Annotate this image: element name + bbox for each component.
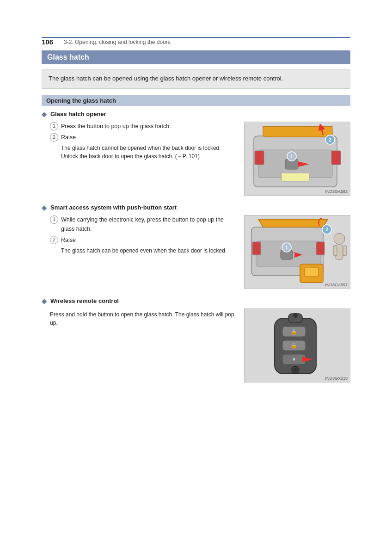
note-3: Press and hold the button to open the gl…: [50, 310, 238, 327]
svg-text:1: 1: [285, 245, 288, 250]
img-col-3: 🔒 🔓 ▼ IND3GX018: [244, 308, 350, 382]
svg-text:2: 2: [329, 137, 331, 142]
step-text-2-1: While carrying the electronic key, press…: [61, 215, 238, 234]
bullet-header-3: ◆ Wireless remote control: [42, 297, 350, 305]
svg-text:🔒: 🔒: [291, 328, 297, 335]
svg-rect-19: [252, 242, 261, 255]
step-1-2: 2 Raise: [50, 133, 238, 142]
subsection-bar: Opening the glass hatch: [42, 95, 350, 106]
bullet-title-3: Wireless remote control: [50, 297, 119, 304]
step-1-1: 1 Press the button to pop up the glass h…: [50, 122, 238, 131]
car-image-2: 2 1: [244, 215, 350, 289]
page-number: 106: [42, 38, 56, 46]
remote-svg: 🔒 🔓 ▼: [245, 309, 350, 382]
step-2-2: 2 Raise: [50, 235, 238, 245]
content-row-3: Press and hold the button to open the gl…: [50, 308, 350, 382]
svg-rect-28: [343, 246, 347, 256]
img-label-1: IND3GA592: [325, 189, 348, 194]
bullet-smart-access: ◆ Smart access system with push-button s…: [42, 204, 350, 289]
bullet-title-1: Glass hatch opener: [50, 111, 106, 117]
step-num-2-2: 2: [50, 236, 58, 244]
bullet-wireless-remote: ◆ Wireless remote control Press and hold…: [42, 297, 350, 382]
intro-text: The glass hatch can be opened using the …: [49, 75, 283, 82]
note-2: The glass hatch can be opened even when …: [61, 247, 238, 255]
car-image-1: 2 1: [244, 122, 350, 196]
content-row-1: 1 Press the button to pop up the glass h…: [50, 122, 350, 196]
bullet-glass-hatch-opener: ◆ Glass hatch opener 1 Press the button …: [42, 111, 350, 196]
img-label-3: IND3GX018: [325, 376, 348, 381]
svg-rect-12: [331, 151, 341, 165]
note-1: The glass hatch cannot be opened when th…: [61, 144, 238, 160]
text-col-2: 1 While carrying the electronic key, pre…: [50, 215, 238, 289]
bullet-title-2: Smart access system with push-button sta…: [50, 204, 177, 211]
svg-text:1: 1: [290, 154, 293, 159]
svg-text:🔓: 🔓: [291, 342, 297, 349]
bullet-header-1: ◆ Glass hatch opener: [42, 111, 350, 118]
page: 106 3-2. Opening, closing and locking th…: [0, 0, 392, 428]
main-title-bar: Glass hatch: [42, 50, 350, 64]
subsection-title: Opening the glass hatch: [46, 97, 116, 104]
step-text-2-2: Raise: [61, 235, 238, 245]
svg-text:2: 2: [325, 227, 328, 232]
diamond-icon-2: ◆: [42, 204, 47, 211]
car-rear-svg-2: 2 1: [245, 216, 350, 289]
svg-rect-6: [282, 173, 309, 181]
img-col-2: 2 1: [244, 215, 350, 289]
svg-text:▼: ▼: [292, 357, 297, 362]
step-num-1-2: 2: [50, 133, 58, 142]
car-rear-svg-1: 2 1: [245, 122, 350, 196]
svg-rect-20: [316, 242, 325, 255]
step-text-1-1: Press the button to pop up the glass hat…: [61, 122, 238, 131]
diamond-icon-1: ◆: [42, 111, 47, 118]
step-2-1: 1 While carrying the electronic key, pre…: [50, 215, 238, 234]
img-label-2: IND3GA597: [325, 283, 348, 287]
text-col-1: 1 Press the button to pop up the glass h…: [50, 122, 238, 196]
intro-box: The glass hatch can be opened using the …: [42, 69, 350, 89]
step-num-2-1: 1: [50, 216, 58, 224]
header-rule: 106 3-2. Opening, closing and locking th…: [42, 37, 350, 46]
car-image-3: 🔒 🔓 ▼ IND3GX018: [244, 308, 350, 382]
svg-point-33: [293, 313, 298, 318]
diamond-icon-3: ◆: [42, 297, 47, 305]
svg-point-42: [293, 368, 298, 372]
bullet-header-2: ◆ Smart access system with push-button s…: [42, 204, 350, 211]
text-col-3: Press and hold the button to open the gl…: [50, 308, 238, 382]
img-col-1: 2 1: [244, 122, 350, 196]
step-text-1-2: Raise: [61, 133, 238, 142]
header-chapter: 3-2. Opening, closing and locking the do…: [64, 39, 171, 45]
content-row-2: 1 While carrying the electronic key, pre…: [50, 215, 350, 289]
svg-marker-15: [258, 219, 328, 227]
svg-point-25: [334, 233, 345, 244]
svg-rect-30: [305, 267, 318, 277]
step-num-1-1: 1: [50, 122, 58, 130]
svg-rect-27: [333, 246, 337, 256]
svg-rect-11: [255, 151, 264, 165]
main-title: Glass hatch: [47, 53, 89, 61]
